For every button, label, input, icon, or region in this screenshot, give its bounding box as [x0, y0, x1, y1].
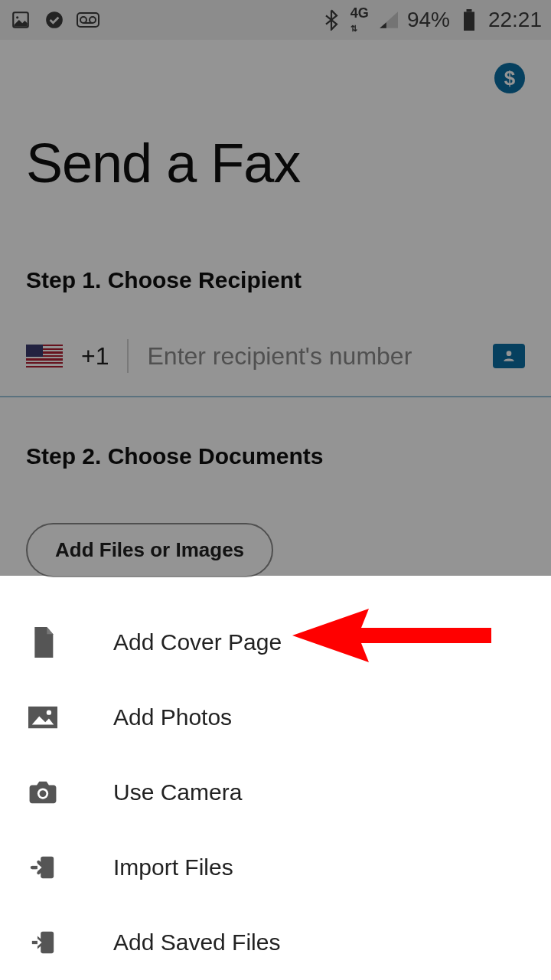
- sheet-item-label: Add Photos: [113, 704, 232, 730]
- camera-icon: [28, 777, 58, 808]
- svg-rect-7: [466, 9, 471, 12]
- photo-icon: [28, 702, 58, 733]
- svg-rect-10: [28, 707, 57, 729]
- add-files-button[interactable]: Add Files or Images: [26, 523, 273, 577]
- add-files-label: Add Files or Images: [55, 538, 244, 562]
- import-icon: [28, 927, 58, 958]
- divider: [0, 396, 551, 397]
- gallery-status-icon: [9, 8, 32, 31]
- signal-icon: [377, 8, 399, 31]
- svg-point-5: [90, 17, 96, 23]
- sheet-add-photos[interactable]: Add Photos: [0, 680, 551, 755]
- separator: [127, 339, 129, 373]
- sheet-item-label: Import Files: [113, 854, 233, 880]
- svg-point-1: [16, 16, 18, 18]
- bluetooth-icon: [320, 8, 343, 31]
- sheet-add-saved-files[interactable]: Add Saved Files: [0, 905, 551, 980]
- network-type: 4G⇅: [350, 6, 369, 34]
- svg-point-2: [46, 11, 63, 28]
- status-bar: 4G⇅ 94% 22:21: [0, 0, 551, 40]
- sheet-import-files[interactable]: Import Files: [0, 830, 551, 905]
- svg-point-9: [507, 351, 512, 356]
- add-document-sheet: Add Cover Page Add Photos Use Camera Imp…: [0, 577, 551, 980]
- svg-point-11: [47, 710, 51, 715]
- sheet-item-label: Add Saved Files: [113, 929, 280, 956]
- sheet-item-label: Use Camera: [113, 779, 242, 805]
- svg-rect-8: [464, 12, 474, 31]
- battery-percent: 94%: [407, 8, 450, 32]
- step2-label: Step 2. Choose Documents: [26, 443, 525, 469]
- import-icon: [28, 852, 58, 883]
- step1-label: Step 1. Choose Recipient: [26, 267, 525, 293]
- sheet-item-label: Add Cover Page: [113, 629, 282, 655]
- check-status-icon: [43, 8, 66, 31]
- clock: 22:21: [488, 8, 542, 32]
- sheet-use-camera[interactable]: Use Camera: [0, 755, 551, 830]
- battery-icon: [458, 8, 481, 31]
- credits-button[interactable]: $: [494, 63, 525, 93]
- sheet-add-cover-page[interactable]: Add Cover Page: [0, 605, 551, 680]
- us-flag-icon[interactable]: [26, 345, 63, 368]
- recipient-row: +1: [26, 339, 525, 396]
- recipient-number-input[interactable]: [147, 342, 474, 371]
- person-icon: [501, 348, 517, 364]
- svg-point-4: [80, 17, 86, 23]
- country-code[interactable]: +1: [81, 342, 109, 371]
- document-icon: [28, 627, 58, 658]
- dollar-icon: $: [504, 67, 515, 90]
- contacts-button[interactable]: [493, 344, 525, 368]
- svg-point-13: [40, 790, 47, 797]
- voicemail-status-icon: [77, 8, 99, 31]
- page-title: Send a Fax: [26, 132, 525, 194]
